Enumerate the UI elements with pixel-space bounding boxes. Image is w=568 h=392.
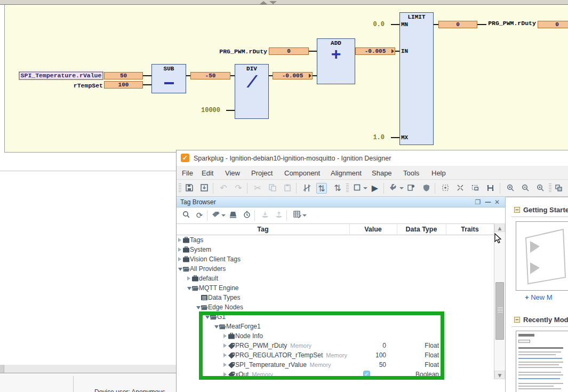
- tree-row-xout[interactable]: xOutMemory ✓ Boolean: [177, 370, 494, 379]
- shield-icon[interactable]: [421, 183, 431, 194]
- menu-edit[interactable]: Edit: [202, 169, 213, 177]
- toolbar-grip[interactable]: [179, 183, 181, 193]
- dropdown-caret-icon[interactable]: [221, 214, 226, 217]
- paste-icon[interactable]: [282, 183, 293, 194]
- dropdown-caret-icon[interactable]: [363, 187, 367, 189]
- tree-row-prg-regulator-rtempset[interactable]: PRG_REGULATOR_rTempSetMemory 100 Float: [177, 350, 494, 360]
- fit-expand-icon[interactable]: [440, 183, 451, 194]
- expand-arrow-icon[interactable]: [178, 257, 181, 261]
- zoom-reset-icon[interactable]: [535, 183, 546, 194]
- menu-shape[interactable]: Shape: [372, 169, 392, 177]
- collapse-arrow-icon[interactable]: [187, 287, 191, 290]
- tree-row-mqtt-engine[interactable]: MQTT Engine: [177, 283, 494, 293]
- recently-modified-header[interactable]: Recently Modif: [523, 316, 568, 324]
- collapse-arrow-icon[interactable]: [196, 306, 201, 309]
- play-icon[interactable]: ▶: [370, 183, 380, 194]
- tag-browser-header[interactable]: Tag Browser ❐ — ✕: [177, 197, 505, 207]
- fbd-output-variable[interactable]: PRG_PWM.rDuty: [487, 20, 537, 27]
- tree-row-default[interactable]: default: [177, 274, 494, 283]
- tree-row-system[interactable]: System: [177, 245, 494, 254]
- fbd-block-div[interactable]: DIV /: [235, 64, 269, 119]
- refresh-icon[interactable]: ⟳: [194, 210, 205, 221]
- collapse-arrow-icon[interactable]: [214, 325, 219, 329]
- getting-started-header[interactable]: Getting Started: [523, 206, 568, 214]
- fbd-input-variable[interactable]: rTempSet: [58, 82, 103, 89]
- copy-icon[interactable]: [267, 183, 278, 194]
- tag-value[interactable]: 50: [349, 361, 386, 369]
- menu-file[interactable]: File: [182, 169, 193, 177]
- new-project-link[interactable]: + New M: [525, 293, 553, 301]
- transform-icon[interactable]: [485, 183, 495, 194]
- collapse-arrow-icon[interactable]: [178, 268, 182, 271]
- close-icon[interactable]: ✕: [493, 198, 501, 206]
- column-header-datatype[interactable]: Data Type: [397, 226, 446, 233]
- save-commit-icon[interactable]: [199, 183, 210, 194]
- minimize-icon[interactable]: —: [484, 198, 492, 206]
- scrollbar-thumb[interactable]: [495, 282, 504, 340]
- collapse-section-icon[interactable]: −: [514, 317, 520, 323]
- column-header-traits[interactable]: Traits: [446, 226, 494, 233]
- recently-modified-thumbnail[interactable]: [516, 331, 568, 392]
- expand-arrow-icon[interactable]: [223, 363, 227, 367]
- menu-view[interactable]: View: [225, 169, 240, 177]
- tree-row-node-info[interactable]: Node Info: [177, 331, 494, 341]
- swap-updown-icon[interactable]: ⇅: [332, 183, 343, 194]
- tag-value[interactable]: 100: [349, 351, 386, 359]
- column-header-tag[interactable]: Tag: [177, 226, 349, 233]
- tree-row-edge-nodes[interactable]: Edge Nodes: [177, 302, 494, 312]
- tree-row-prg-pwm-rduty[interactable]: PRG_PWM_rDutyMemory 0 Float: [177, 341, 494, 350]
- float-icon[interactable]: ❐: [474, 198, 482, 206]
- toolbar-grip[interactable]: [346, 183, 349, 193]
- scroll-down-icon[interactable]: ▼: [494, 371, 505, 379]
- shape-square-icon[interactable]: [351, 183, 362, 194]
- save-icon[interactable]: [184, 183, 195, 194]
- tree-row-data-types[interactable]: Data Types: [177, 293, 494, 302]
- wrench-icon[interactable]: [388, 183, 398, 194]
- export-icon[interactable]: [274, 210, 284, 221]
- fbd-value-box[interactable]: 0: [269, 47, 309, 55]
- dropdown-caret-icon[interactable]: [399, 187, 404, 189]
- vertical-scrollbar[interactable]: ▲ ▼: [494, 223, 505, 379]
- menu-project[interactable]: Project: [251, 169, 273, 177]
- collapse-section-icon[interactable]: −: [514, 207, 520, 213]
- collapse-arrow-icon[interactable]: [205, 316, 210, 319]
- fbd-value-box[interactable]: 0: [438, 21, 477, 28]
- tree-row-g1[interactable]: G1: [177, 312, 494, 322]
- expand-arrow-icon[interactable]: [223, 353, 227, 357]
- expand-arrow-icon[interactable]: [187, 276, 190, 281]
- timer-icon[interactable]: [242, 210, 252, 221]
- menu-tools[interactable]: Tools: [403, 169, 419, 177]
- getting-started-thumbnail[interactable]: [516, 221, 568, 291]
- add-tag-icon[interactable]: [211, 210, 221, 221]
- dropdown-caret-icon[interactable]: [302, 214, 307, 217]
- fbd-value-box[interactable]: 0: [538, 21, 568, 28]
- toolbar-grip[interactable]: [549, 183, 551, 193]
- fbd-input-variable[interactable]: PRG_PWM.rDuty: [207, 48, 267, 55]
- splitter-strip[interactable]: [0, 0, 568, 5]
- tag-value[interactable]: 0: [349, 342, 386, 349]
- tree-row-spi-temperature-rvalue[interactable]: SPI_Temperature_rValueMemory 50 Float: [177, 360, 494, 370]
- tree-row-meatforge1[interactable]: MeatForge1: [177, 322, 494, 331]
- fbd-value-box[interactable]: -0.005: [355, 47, 395, 55]
- fbd-input-variable[interactable]: SPI_Temperature.rValue: [19, 72, 103, 79]
- fbd-block-add[interactable]: ADD +: [317, 38, 355, 84]
- tree-row-tags[interactable]: Tags: [177, 235, 494, 245]
- zoom-in-icon[interactable]: [505, 183, 516, 194]
- fbd-value-box[interactable]: -50: [190, 72, 230, 79]
- expand-arrow-icon[interactable]: [223, 372, 227, 377]
- splitter-up-icon[interactable]: [260, 1, 267, 4]
- boolean-checkbox-checked[interactable]: ✓: [363, 371, 370, 378]
- expand-arrow-icon[interactable]: [178, 238, 181, 242]
- grid-edit-icon[interactable]: [292, 210, 302, 221]
- title-bar[interactable]: ✓ Sparkplug - Ignition-debian10-ignition…: [177, 150, 568, 166]
- fbd-literal[interactable]: 0.0: [363, 21, 385, 28]
- udt-icon[interactable]: [228, 210, 238, 221]
- marquee-icon[interactable]: [470, 183, 481, 194]
- scroll-up-icon[interactable]: ▲: [494, 223, 505, 232]
- fbd-value-box[interactable]: -0.005: [273, 72, 313, 79]
- menu-alignment[interactable]: Alignment: [331, 169, 362, 177]
- unlink-icon[interactable]: [301, 183, 312, 194]
- sort-updown-icon[interactable]: ⇅: [316, 183, 327, 194]
- search-icon[interactable]: [181, 210, 191, 221]
- menu-component[interactable]: Component: [284, 169, 320, 177]
